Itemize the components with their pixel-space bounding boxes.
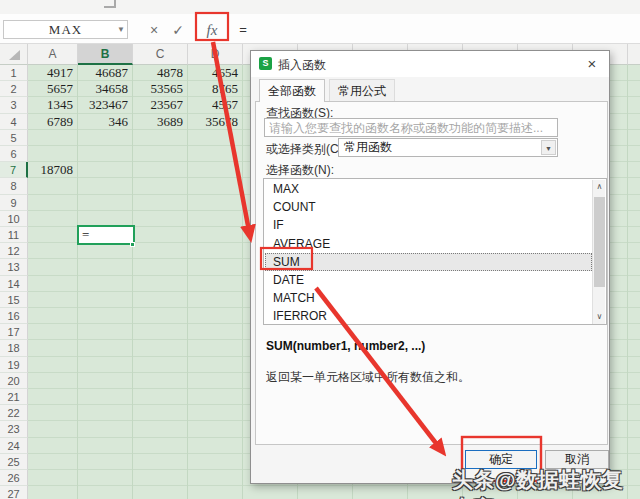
select-all-triangle-icon (9, 50, 20, 60)
formula-bar-content[interactable]: = (236, 20, 250, 40)
select-function-label: 选择函数(N): (266, 162, 334, 179)
row-header-9[interactable]: 9 (0, 195, 28, 211)
insert-function-fx-icon[interactable]: fx (199, 20, 225, 40)
row-header-2[interactable]: 2 (0, 81, 28, 97)
function-item-count[interactable]: COUNT (265, 198, 592, 216)
tab-common-formulas[interactable]: 常用公式 (329, 79, 395, 102)
row-header-18[interactable]: 18 (0, 340, 28, 356)
spreadsheet-app-icon: S (259, 57, 272, 70)
cell-D1[interactable]: 4654 (188, 65, 242, 81)
ribbon-bottom-strip (0, 0, 640, 14)
scrollbar-down-icon[interactable]: ∨ (593, 310, 606, 324)
function-item-average[interactable]: AVERAGE (265, 235, 592, 253)
name-box[interactable]: MAX (3, 20, 128, 39)
select-all-corner[interactable] (0, 44, 28, 65)
dialog-title-bar[interactable]: S 插入函数 × (251, 51, 609, 77)
row-header-27[interactable]: 27 (0, 486, 28, 499)
category-dropdown[interactable]: 常用函数 ▼ (338, 138, 558, 157)
cell-A3[interactable]: 1345 (28, 97, 77, 113)
cell-A2[interactable]: 5657 (28, 81, 77, 97)
row-header-3[interactable]: 3 (0, 97, 28, 113)
function-description: 返回某一单元格区域中所有数值之和。 (266, 369, 470, 386)
dialog-close-icon[interactable]: × (582, 55, 602, 73)
column-header-C[interactable]: C (133, 44, 188, 65)
row-header-11[interactable]: 11 (0, 227, 28, 243)
row-header-1[interactable]: 1 (0, 65, 28, 81)
scrollbar-up-icon[interactable]: ∧ (593, 180, 606, 194)
row-header-7[interactable]: 7 (0, 162, 28, 178)
row-header-23[interactable]: 23 (0, 421, 28, 437)
insert-function-dialog: S 插入函数 × 全部函数 常用公式 查找函数(S): 或选择类别(C): 常用… (250, 50, 610, 484)
row-header-20[interactable]: 20 (0, 373, 28, 389)
cell-D4[interactable]: 35678 (188, 114, 242, 130)
cell-C1[interactable]: 4878 (133, 65, 187, 81)
function-signature: SUM(number1, number2, ...) (266, 339, 425, 353)
row-header-17[interactable]: 17 (0, 324, 28, 340)
row-header-16[interactable]: 16 (0, 308, 28, 324)
scrollbar-thumb[interactable] (594, 197, 605, 287)
cell-A1[interactable]: 4917 (28, 65, 77, 81)
function-item-iferror[interactable]: IFERROR (265, 307, 592, 325)
ok-button[interactable]: 确定 (465, 450, 537, 469)
function-item-sum[interactable]: SUM (265, 253, 592, 271)
function-item-date[interactable]: DATE (265, 271, 592, 289)
category-label: 或选择类别(C): (266, 141, 346, 158)
ribbon-corner-glyph (104, 0, 116, 8)
function-item-match[interactable]: MATCH (265, 289, 592, 307)
row-header-12[interactable]: 12 (0, 243, 28, 259)
row-header-21[interactable]: 21 (0, 389, 28, 405)
scrollbar[interactable]: ∧ ∨ (592, 180, 605, 324)
cell-B1[interactable]: 46687 (78, 65, 132, 81)
column-header-D[interactable]: D (188, 44, 243, 65)
row-header-6[interactable]: 6 (0, 146, 28, 162)
dialog-title: 插入函数 (278, 57, 326, 74)
row-header-15[interactable]: 15 (0, 292, 28, 308)
cell-D2[interactable]: 8765 (188, 81, 242, 97)
active-cell-editor[interactable]: = (77, 225, 135, 245)
cell-C4[interactable]: 3689 (133, 114, 187, 130)
row-header-10[interactable]: 10 (0, 211, 28, 227)
column-header-blank[interactable] (628, 44, 640, 65)
row-header-14[interactable]: 14 (0, 276, 28, 292)
cell-C2[interactable]: 53565 (133, 81, 187, 97)
category-dropdown-value: 常用函数 (344, 140, 392, 154)
cancel-entry-icon[interactable]: × (145, 20, 163, 40)
tab-all-functions[interactable]: 全部函数 (259, 79, 325, 102)
row-header-4[interactable]: 4 (0, 114, 28, 130)
row-header-19[interactable]: 19 (0, 357, 28, 373)
name-box-dropdown-icon[interactable]: ▼ (115, 20, 127, 39)
function-list: MAXCOUNTIFAVERAGESUMDATEMATCHIFERROR ∧ ∨ (263, 178, 607, 325)
column-header-B[interactable]: B (78, 44, 133, 65)
cell-C3[interactable]: 23567 (133, 97, 187, 113)
cell-B2[interactable]: 34658 (78, 81, 132, 97)
row-header-22[interactable]: 22 (0, 405, 28, 421)
column-header-A[interactable]: A (28, 44, 78, 65)
dialog-content-pane: 查找函数(S): 或选择类别(C): 常用函数 ▼ 选择函数(N): MAXCO… (255, 101, 608, 445)
formula-bar: MAX ▼ × ✓ fx = (0, 14, 640, 44)
cell-A7[interactable]: 18708 (28, 162, 77, 178)
row-header-24[interactable]: 24 (0, 438, 28, 454)
function-item-max[interactable]: MAX (265, 180, 592, 198)
cell-A4[interactable]: 6789 (28, 114, 77, 130)
search-function-input[interactable] (264, 118, 558, 137)
row-header-5[interactable]: 5 (0, 130, 28, 146)
row-header-25[interactable]: 25 (0, 454, 28, 470)
row-header-13[interactable]: 13 (0, 259, 28, 275)
category-dropdown-arrow-icon[interactable]: ▼ (541, 140, 556, 155)
cell-D3[interactable]: 4567 (188, 97, 242, 113)
function-item-if[interactable]: IF (265, 216, 592, 234)
row-header-26[interactable]: 26 (0, 470, 28, 486)
cell-B4[interactable]: 346 (78, 114, 132, 130)
row-header-8[interactable]: 8 (0, 178, 28, 194)
fill-handle[interactable] (130, 242, 135, 247)
confirm-entry-icon[interactable]: ✓ (169, 20, 187, 40)
cancel-button[interactable]: 取消 (545, 450, 609, 469)
cell-B3[interactable]: 323467 (78, 97, 132, 113)
